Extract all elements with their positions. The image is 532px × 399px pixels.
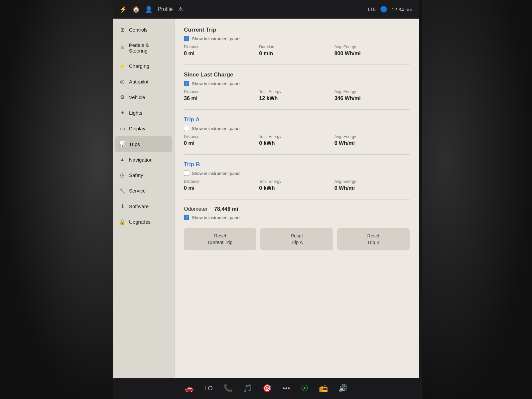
trip-a-energy-value: 0 kWh [259,140,334,146]
since-distance-col: Distance 36 mi [184,89,259,101]
odometer-show-label: Show in instrument panel [192,215,240,220]
trip-a-distance-col: Distance 0 mi [184,134,259,146]
divider-2 [184,109,410,110]
odometer-value: 78,448 mi [214,206,238,212]
since-last-charge-section: Since Last Charge Show in instrument pan… [184,71,410,101]
trip-b-energy-label: Total Energy [259,179,334,184]
trip-a-section: Trip A Show in instrument panel Distance… [184,116,410,146]
trip-b-section: Trip B Show in instrument panel Distance… [184,161,410,191]
controls-icon: ⊞ [119,27,126,33]
clock: 12:34 pm [391,7,412,12]
divider-4 [184,199,410,200]
current-trip-energy-value: 800 Wh/mi [334,51,410,57]
trip-a-checkbox[interactable] [184,126,189,131]
bluetooth-icon: 🔵 [380,6,387,13]
taskbar-phone-icon[interactable]: 📞 [223,384,232,393]
sidebar-item-navigation[interactable]: ▲ Navigation [113,152,174,167]
current-trip-distance-value: 0 mi [184,51,259,57]
trip-a-avg-label: Avg. Energy [334,134,410,139]
current-trip-show-panel-row: Show in instrument panel [184,36,410,41]
trip-b-distance-label: Distance [184,179,259,184]
taskbar-target-icon[interactable]: 🎯 [263,384,272,393]
sidebar-item-lights[interactable]: ✦ Lights [113,105,174,121]
current-trip-show-checkbox[interactable] [184,36,189,41]
lte-indicator: LTE [368,7,376,12]
since-last-charge-title: Since Last Charge [184,71,410,78]
trip-a-distance-value: 0 mi [184,140,259,146]
trip-b-avg-col: Avg. Energy 0 Wh/mi [334,179,410,191]
navigation-icon: ▲ [119,157,126,163]
sidebar: ⊞ Controls ≡ Pedals & Steering ⚡ Chargin… [113,19,175,381]
since-last-charge-stats: Distance 36 mi Total Energy 12 kWh Avg. … [184,89,410,101]
trip-a-avg-value: 0 Wh/mi [334,140,410,146]
profile-label[interactable]: Profile [158,6,173,12]
reset-current-trip-button[interactable]: ResetCurrent Trip [184,228,256,250]
reset-trip-a-button[interactable]: ResetTrip A [260,228,333,250]
sidebar-item-software[interactable]: ⬇ Software [113,199,174,214]
since-avg-label: Avg. Energy [334,89,410,94]
sidebar-item-upgrades[interactable]: 🔒 Upgrades [113,214,174,230]
screen-content: ⊞ Controls ≡ Pedals & Steering ⚡ Chargin… [113,19,419,381]
service-icon: 🔧 [119,188,126,194]
taskbar-music-icon[interactable]: 🎵 [243,384,252,393]
sidebar-item-display[interactable]: ▭ Display [113,121,174,136]
trip-b-energy-value: 0 kWh [259,185,334,191]
taskbar-car-icon[interactable]: 🚗 [185,384,194,393]
sidebar-item-safety[interactable]: ◷ Safety [113,167,174,183]
since-energy-value: 12 kWh [259,95,334,101]
taskbar-lo-text: LO [204,385,213,392]
odometer-show-row: Show in instrument panel [184,215,410,220]
odometer-checkbox[interactable] [184,215,189,220]
trip-a-distance-label: Distance [184,134,259,139]
sidebar-item-pedals[interactable]: ≡ Pedals & Steering [113,38,174,58]
divider-1 [184,65,410,65]
status-bar-right: LTE 🔵 12:34 pm [368,6,412,13]
charging-icon: ⚡ [119,63,126,69]
taskbar-dots-icon[interactable]: ••• [282,384,290,393]
trip-a-title: Trip A [184,116,410,123]
trip-b-title: Trip B [184,161,410,168]
display-icon: ▭ [119,125,126,132]
sidebar-item-controls[interactable]: ⊞ Controls [113,22,174,38]
odometer-label: Odometer [184,206,207,212]
current-trip-title: Current Trip [184,27,410,33]
taskbar: 🚗 LO 📞 🎵 🎯 ••• ⦿ 📻 🔊 [113,378,419,399]
taskbar-spotify-icon[interactable]: ⦿ [301,384,308,393]
trip-b-distance-col: Distance 0 mi [184,179,259,191]
person-icon: 👤 [145,6,152,13]
since-last-charge-show-label: Show in instrument panel [192,81,240,86]
taskbar-radio-icon[interactable]: 📻 [319,384,328,393]
current-trip-duration-label: Duration [259,45,334,49]
trip-b-distance-value: 0 mi [184,185,259,191]
home-icon: 🏠 [132,6,140,13]
trip-b-checkbox[interactable] [184,171,189,176]
sidebar-item-autopilot[interactable]: ◎ Autopilot [113,74,174,89]
current-trip-section: Current Trip Show in instrument panel Di… [184,27,410,57]
taskbar-volume-icon[interactable]: 🔊 [338,384,347,393]
current-trip-show-label: Show in instrument panel [192,36,240,41]
current-trip-energy-label: Avg. Energy [334,45,410,49]
trip-b-show-label: Show in instrument panel [192,171,240,176]
trip-a-show-row: Show in instrument panel [184,126,410,131]
sidebar-item-vehicle[interactable]: ⚙ Vehicle [113,89,174,105]
trip-b-show-row: Show in instrument panel [184,171,410,176]
reset-trip-b-button[interactable]: ResetTrip B [337,228,410,250]
trip-a-energy-col: Total Energy 0 kWh [259,134,334,146]
current-trip-energy-col: Avg. Energy 800 Wh/mi [334,45,410,57]
since-last-charge-checkbox[interactable] [184,81,189,86]
status-bar-left: ⚡ 🏠 👤 Profile ⚠ [120,6,368,13]
since-avg-energy-col: Avg. Energy 346 Wh/mi [334,89,410,101]
sidebar-item-service[interactable]: 🔧 Service [113,183,174,199]
sidebar-item-charging[interactable]: ⚡ Charging [113,58,174,74]
divider-3 [184,154,410,155]
since-avg-value: 346 Wh/mi [334,95,410,101]
lights-icon: ✦ [119,110,126,116]
since-distance-label: Distance [184,89,259,94]
left-interior [0,0,123,399]
trip-a-stats: Distance 0 mi Total Energy 0 kWh Avg. En… [184,134,410,146]
reset-buttons-row: ResetCurrent Trip ResetTrip A ResetTrip … [184,228,410,250]
current-trip-duration-col: Duration 0 min [259,45,334,57]
trip-b-energy-col: Total Energy 0 kWh [259,179,334,191]
sidebar-item-trips[interactable]: 📊 Trips [115,136,172,152]
current-trip-distance-label: Distance [184,45,259,49]
